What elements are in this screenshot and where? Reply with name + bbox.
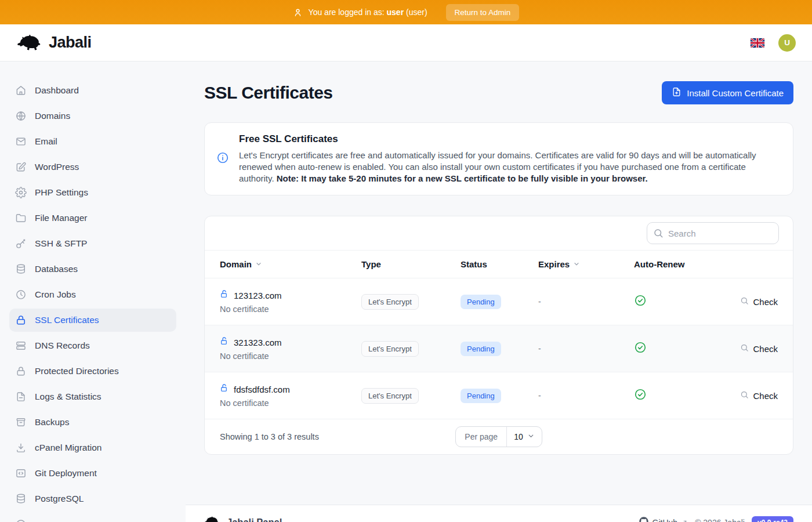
table-row: 321323.com No certificate Let's Encrypt … (205, 325, 793, 372)
sidebar-item-label: PHP Settings (35, 187, 88, 198)
boar-logo-icon (16, 34, 43, 52)
certificates-table-card: Domain Type Status Expires Auto-Renew (204, 216, 793, 455)
certificate-subtext: No certificate (220, 351, 361, 361)
sidebar-item-label: Backups (35, 417, 69, 427)
gear-icon (15, 187, 27, 198)
column-header-status: Status (461, 259, 538, 269)
brand-name: Jabali (49, 34, 92, 52)
table-row: fdsfsdfdsf.com No certificate Let's Encr… (205, 372, 793, 419)
check-action[interactable]: Check (740, 390, 778, 401)
results-count: Showing 1 to 3 of 3 results (220, 432, 319, 441)
search-input[interactable] (647, 222, 779, 244)
edit-icon (15, 161, 27, 173)
column-header-auto-renew: Auto-Renew (634, 259, 721, 269)
database-icon (15, 493, 27, 505)
auto-renew-check-icon[interactable] (634, 393, 647, 403)
sidebar-item-ssh-sftp[interactable]: SSH & SFTP (9, 232, 176, 255)
sidebar-item-wordpress[interactable]: WordPress (9, 155, 176, 179)
copyright: © 2026 Jabali (695, 518, 745, 522)
version-badge: v0.9-rc42 (752, 516, 793, 522)
clock-icon (15, 289, 27, 300)
domain-cell: 123123.com No certificate (220, 289, 361, 314)
main-content: SSL Certificates Install Custom Certific… (186, 61, 812, 455)
avatar[interactable]: U (778, 34, 796, 52)
install-custom-certificate-button[interactable]: Install Custom Certificate (662, 81, 793, 104)
key-icon (15, 238, 27, 249)
brand: Jabali (16, 34, 92, 52)
impersonation-bar: You are logged in as: user (user) Return… (0, 0, 812, 24)
sidebar-item-label: Logs & Statistics (35, 392, 102, 402)
chevron-down-icon (255, 259, 262, 269)
page-title: SSL Certificates (204, 83, 333, 103)
expires-value: - (538, 344, 541, 353)
column-header-expires[interactable]: Expires (538, 259, 634, 269)
footer-brand: Jabali Panel (227, 517, 282, 522)
sidebar-item-label: File Manager (35, 213, 87, 223)
info-card-body: Let's Encrypt certificates are free and … (239, 150, 778, 184)
archive-icon (15, 416, 27, 428)
mail-icon (15, 136, 27, 147)
chevron-down-icon (527, 432, 535, 441)
sidebar-item-label: SSL Certificates (35, 315, 99, 325)
sidebar-item-label: cPanel Migration (35, 443, 102, 453)
sidebar-item-email[interactable]: Email (9, 130, 176, 153)
page-footer: Jabali Panel GitHub © 2026 Jabali v0.9-r… (186, 505, 812, 522)
code-icon (15, 467, 27, 479)
uk-flag-icon[interactable] (751, 38, 764, 48)
status-badge: Pending (461, 295, 501, 309)
sidebar-item-cpanel-migration[interactable]: cPanel Migration (9, 436, 176, 459)
sidebar-item-label: Email (35, 136, 57, 147)
sidebar-item-partial[interactable] (9, 513, 176, 522)
sidebar-item-label: PostgreSQL (35, 494, 84, 504)
sidebar-item-label: SSH & SFTP (35, 238, 87, 249)
sidebar-item-label: Domains (35, 111, 70, 121)
sidebar-item-git-deployment[interactable]: Git Deployment (9, 462, 176, 485)
document-icon (15, 391, 27, 403)
auto-renew-check-icon[interactable] (634, 299, 647, 309)
sidebar-item-logs-statistics[interactable]: Logs & Statistics (9, 385, 176, 408)
lock-open-icon (220, 289, 229, 301)
domain-cell: 321323.com No certificate (220, 336, 361, 361)
status-badge: Pending (461, 389, 501, 403)
sidebar-item-backups[interactable]: Backups (9, 411, 176, 434)
check-action[interactable]: Check (740, 343, 778, 354)
sidebar-item-file-manager[interactable]: File Manager (9, 206, 176, 230)
search-icon (740, 390, 749, 401)
sidebar-item-cron-jobs[interactable]: Cron Jobs (9, 283, 176, 306)
circle-icon (15, 519, 27, 522)
search-icon (740, 296, 749, 307)
database-icon (15, 263, 27, 275)
sidebar-item-domains[interactable]: Domains (9, 104, 176, 128)
column-header-domain[interactable]: Domain (220, 259, 361, 269)
file-plus-icon (672, 87, 682, 99)
github-link[interactable]: GitHub (639, 517, 688, 522)
type-badge: Let's Encrypt (361, 341, 419, 357)
table-row: 123123.com No certificate Let's Encrypt … (205, 278, 793, 325)
sidebar-item-dashboard[interactable]: Dashboard (9, 79, 176, 102)
column-header-type: Type (361, 259, 461, 269)
sidebar-item-php-settings[interactable]: PHP Settings (9, 181, 176, 204)
user-icon (293, 8, 303, 17)
auto-renew-check-icon[interactable] (634, 346, 647, 356)
info-card-title: Free SSL Certificates (239, 133, 778, 145)
table-footer: Showing 1 to 3 of 3 results Per page 10 (205, 419, 793, 454)
sidebar-item-protected-directories[interactable]: Protected Directories (9, 360, 176, 383)
sidebar-item-databases[interactable]: Databases (9, 258, 176, 281)
search-icon (740, 343, 749, 354)
status-badge: Pending (461, 342, 501, 356)
check-action[interactable]: Check (740, 296, 778, 307)
sidebar-item-postgresql[interactable]: PostgreSQL (9, 487, 176, 510)
sidebar-item-ssl-certificates[interactable]: SSL Certificates (9, 309, 176, 332)
globe-icon (15, 110, 27, 122)
home-icon (15, 85, 27, 96)
sidebar-item-dns-records[interactable]: DNS Records (9, 334, 176, 357)
sidebar-item-label: Git Deployment (35, 468, 97, 478)
sidebar-item-label: DNS Records (35, 340, 90, 351)
table-header-row: Domain Type Status Expires Auto-Renew (205, 250, 793, 278)
type-badge: Let's Encrypt (361, 294, 419, 310)
lock-icon (15, 314, 27, 326)
return-to-admin-button[interactable]: Return to Admin (446, 4, 520, 21)
impersonation-message: You are logged in as: user (user) (309, 8, 427, 17)
per-page-select[interactable]: Per page 10 (455, 426, 542, 447)
lock-icon (15, 365, 27, 377)
